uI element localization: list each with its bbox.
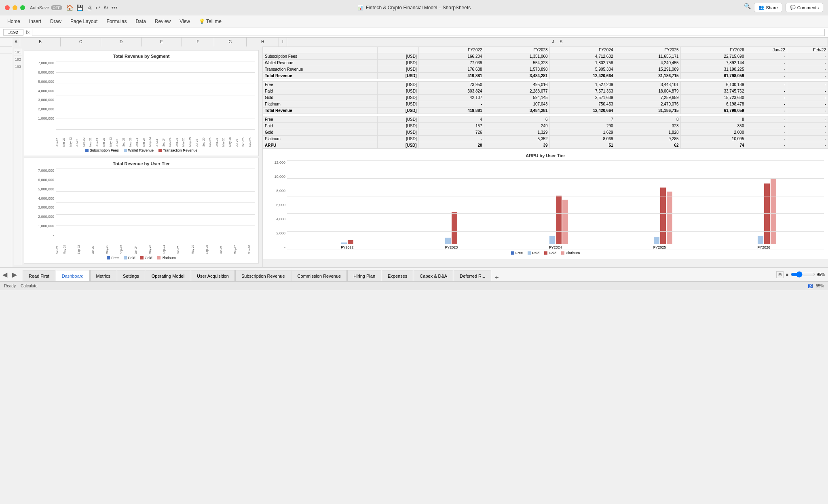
row-subscription-fees-label: Subscription Fees — [263, 53, 378, 60]
tab-capex[interactable]: Capex & D&A — [414, 270, 453, 281]
row-191: 191 — [14, 49, 22, 56]
legend-arpu-paid: Paid — [528, 251, 539, 255]
col-j-onwards[interactable]: J ... S — [287, 38, 828, 46]
undo-icon[interactable]: ↩ — [95, 4, 100, 11]
share-button[interactable]: 👥 Share — [754, 3, 782, 12]
legend-gold: Gold — [140, 256, 152, 260]
tab-dashboard[interactable]: Dashboard — [56, 270, 90, 281]
tab-metrics[interactable]: Metrics — [90, 270, 116, 281]
zoom-slider[interactable] — [791, 271, 815, 278]
home-icon[interactable]: 🏠 — [66, 4, 73, 11]
window-title: 📊 Fintech & Crypto Financial Model – Sha… — [357, 5, 471, 11]
tab-commission-revenue[interactable]: Commission Revenue — [291, 270, 347, 281]
menu-view[interactable]: View — [175, 17, 194, 26]
col-d[interactable]: D — [101, 38, 142, 46]
search-icon[interactable]: 🔍 — [744, 3, 751, 12]
arpu-fy2025-group: FY2025 — [647, 163, 672, 249]
menu-home[interactable]: Home — [3, 17, 24, 26]
col-g[interactable]: G — [214, 38, 247, 46]
accessibility-icon: ♿ — [808, 284, 813, 288]
minimize-button[interactable] — [13, 5, 17, 10]
content-wrapper: 191 192 193 Total Revenue by Segment 7,0… — [0, 46, 828, 267]
legend-dot-gold — [140, 256, 144, 259]
legend-platinum: Platinum — [157, 256, 176, 260]
table-row: Platinum [USD] - 5,352 8,069 9,285 10,09… — [263, 136, 828, 142]
col-a[interactable]: A — [12, 38, 20, 46]
col-e[interactable]: E — [142, 38, 182, 46]
menu-insert[interactable]: Insert — [25, 17, 45, 26]
arpu-bar-gold-2022 — [348, 240, 353, 244]
row-subscription-fees-jan22: - — [746, 53, 787, 60]
grid-view-button[interactable]: ⊞ — [776, 271, 784, 278]
prev-sheet-button[interactable]: ◀ — [0, 271, 10, 278]
col-c[interactable]: C — [61, 38, 101, 46]
arpu-bar-groups: FY2022 — [287, 160, 824, 249]
legend-arpu-platinum: Platinum — [561, 251, 580, 255]
col-header-unit — [378, 47, 418, 53]
tier-chart-legend: Free Paid Gold — [27, 256, 255, 260]
legend-subscription: Subscription Fees — [85, 148, 119, 152]
cell-reference[interactable] — [3, 29, 23, 36]
arpu-label-2023: FY2023 — [445, 245, 458, 249]
table-total-row: ARPU [USD] 20 39 51 62 74 - - — [263, 142, 828, 149]
x-axis-labels-tier: Jan-22 May-22 Sep-22 Jan-23 May-23 Sep-2… — [27, 238, 255, 254]
right-section: FY2022 FY2023 FY2024 FY2025 FY2026 Jan-2… — [263, 46, 828, 267]
arpu-chart-title: ARPU by User Tier — [267, 153, 824, 158]
legend-wallet: Wallet Revenue — [124, 148, 154, 152]
arpu-fy2026-group: FY2026 — [751, 163, 776, 249]
legend-dot-subscription — [85, 149, 89, 152]
arpu-bar-paid-2022 — [341, 243, 347, 244]
normal-view-button[interactable]: ≡ — [785, 272, 789, 278]
menu-data[interactable]: Data — [131, 17, 150, 26]
table-row: Gold [USD] 42,107 594,145 2,571,639 7,25… — [263, 95, 828, 101]
save-icon[interactable]: 💾 — [76, 4, 83, 11]
arpu-bar-paid-2024 — [549, 236, 555, 244]
col-f[interactable]: F — [182, 38, 214, 46]
sheet-tabs: Read First Dashboard Metrics Settings Op… — [19, 268, 776, 281]
next-sheet-button[interactable]: ▶ — [10, 271, 19, 278]
maximize-button[interactable] — [20, 5, 25, 10]
view-controls: ⊞ ≡ 95% — [776, 271, 828, 278]
tab-subscription-revenue[interactable]: Subscription Revenue — [235, 270, 291, 281]
status-calculate[interactable]: Calculate — [21, 284, 38, 288]
add-sheet-button[interactable]: + — [492, 274, 502, 281]
tab-deferred[interactable]: Deferred R... — [454, 270, 491, 281]
menu-tellme[interactable]: 💡 Tell me — [195, 17, 226, 26]
row-subscription-fees-feb22: - — [787, 53, 828, 60]
legend-dot-arpu-platinum — [561, 251, 564, 255]
print-icon[interactable]: 🖨 — [87, 4, 92, 11]
function-icon: fx — [26, 30, 30, 35]
menu-pagelayout[interactable]: Page Layout — [66, 17, 101, 26]
legend-dot-arpu-free — [511, 251, 514, 255]
menu-review[interactable]: Review — [151, 17, 175, 26]
redo-icon[interactable]: ↻ — [104, 4, 108, 11]
left-charts-area: 191 192 193 Total Revenue by Segment 7,0… — [12, 46, 263, 267]
table-row: Free [USD] 73,950 495,016 1,527,209 3,44… — [263, 82, 828, 88]
status-left: Ready Calculate — [4, 284, 38, 288]
status-ready: Ready — [4, 284, 16, 288]
tab-read-first[interactable]: Read First — [23, 270, 55, 281]
col-i[interactable]: I — [279, 38, 287, 46]
tab-hiring-plan[interactable]: Hiring Plan — [347, 270, 381, 281]
more-icon[interactable]: ••• — [112, 4, 118, 11]
spreadsheet-area: A B C D E F G H I J ... S 191 — [0, 38, 828, 267]
tab-operating-model[interactable]: Operating Model — [146, 270, 190, 281]
row-193: 193 — [14, 63, 22, 70]
autosave-toggle[interactable]: OFF — [51, 5, 62, 10]
formula-input[interactable] — [32, 29, 825, 36]
row-subscription-fees-fy2026: 22,715,690 — [680, 53, 746, 60]
col-b[interactable]: B — [20, 38, 61, 46]
table-row: Transaction Revenue [USD] 176,638 1,578,… — [263, 66, 828, 73]
col-header-jan22: Jan-22 — [746, 47, 787, 53]
tab-user-acquisition[interactable]: User Acquisition — [191, 270, 235, 281]
close-button[interactable] — [5, 5, 10, 10]
menu-draw[interactable]: Draw — [46, 17, 65, 26]
menu-formulas[interactable]: Formulas — [102, 17, 131, 26]
autosave-control[interactable]: AutoSave OFF — [30, 5, 62, 10]
title-text: Fintech & Crypto Financial Model – Sharp… — [366, 5, 471, 11]
tab-expenses[interactable]: Expenses — [382, 270, 413, 281]
col-h[interactable]: H — [247, 38, 279, 46]
legend-dot-transaction — [158, 149, 162, 152]
comments-button[interactable]: 💬 Comments — [786, 3, 823, 12]
tab-settings[interactable]: Settings — [117, 270, 145, 281]
